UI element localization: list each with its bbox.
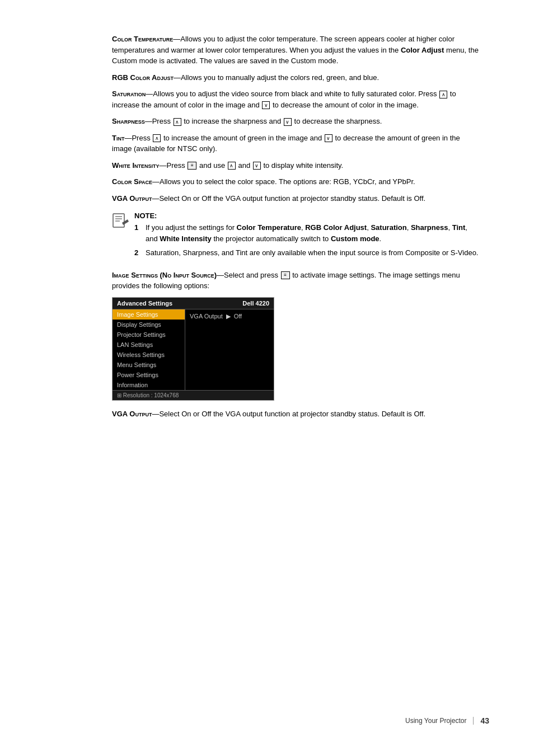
menu-item-power-settings: Power Settings xyxy=(113,370,185,380)
menu-left-panel: Image Settings Display Settings Projecto… xyxy=(113,309,185,390)
menu-body: Image Settings Display Settings Projecto… xyxy=(113,309,274,390)
main-content: Color Temperature—Allows you to adjust t… xyxy=(112,34,481,419)
para-saturation: Saturation—Allows you to adjust the vide… xyxy=(112,88,481,110)
svg-rect-0 xyxy=(113,214,124,227)
menu-item-projector-settings: Projector Settings xyxy=(113,330,185,340)
menu-item-menu-settings: Menu Settings xyxy=(113,360,185,370)
note-icon xyxy=(112,212,130,229)
para-color-space: Color Space—Allows you to select the col… xyxy=(112,176,481,187)
menu-btn-icon: ≡ xyxy=(188,162,196,170)
menu-footer: ⊞ Resolution : 1024x768 xyxy=(113,390,274,400)
note-item-1: If you adjust the settings for Color Tem… xyxy=(134,222,481,244)
note-box: NOTE: If you adjust the settings for Col… xyxy=(112,212,481,262)
footer-divider xyxy=(473,717,474,725)
para-color-temp: Color Temperature—Allows you to adjust t… xyxy=(112,34,481,67)
page: Color Temperature—Allows you to adjust t… xyxy=(0,0,534,756)
arrow-down-icon-3: ∨ xyxy=(325,134,332,142)
menu-resolution: ⊞ Resolution : 1024x768 xyxy=(117,392,179,398)
para-vga-output: VGA Output—Select On or Off the VGA outp… xyxy=(112,193,481,204)
note-item-2: Saturation, Sharpness, and Tint are only… xyxy=(134,247,481,259)
page-footer: Using Your Projector 43 xyxy=(405,716,489,725)
term-image-settings: Image Settings (No Input Source) xyxy=(112,271,217,279)
para-tint: Tint—Press ∧ to increase the amount of g… xyxy=(112,133,481,154)
menu-item-information: Information xyxy=(113,380,185,390)
arrow-up-icon-4: ∧ xyxy=(228,162,236,170)
menu-btn-icon-2: ≡ xyxy=(281,271,290,279)
menu-right-value: Off xyxy=(234,313,242,320)
menu-header-right: Dell 4220 xyxy=(242,300,269,307)
menu-header: Advanced Settings Dell 4220 xyxy=(113,298,274,309)
menu-item-image-settings: Image Settings xyxy=(113,309,185,320)
arrow-up-icon-3: ∧ xyxy=(153,134,161,142)
menu-right-panel: VGA Output ▶ Off xyxy=(185,309,274,390)
term-tint: Tint xyxy=(112,134,124,142)
menu-header-left: Advanced Settings xyxy=(117,300,172,307)
arrow-up-icon-2: ∧ xyxy=(174,118,181,126)
para-white-intensity: White Intensity—Press ≡ and use ∧ and ∨ … xyxy=(112,160,481,171)
menu-right-arrow: ▶ xyxy=(226,313,231,320)
dash-1: — xyxy=(174,73,181,82)
arrow-down-icon: ∨ xyxy=(262,101,270,109)
arrow-down-icon-4: ∨ xyxy=(253,162,261,170)
para-vga-output-bottom: VGA Output—Select On or Off the VGA outp… xyxy=(112,408,481,420)
menu-item-display-settings: Display Settings xyxy=(113,320,185,330)
note-list: If you adjust the settings for Color Tem… xyxy=(134,222,481,259)
page-number: 43 xyxy=(480,716,489,725)
menu-right-label: VGA Output xyxy=(190,313,223,320)
term-saturation: Saturation xyxy=(112,90,146,98)
menu-item-wireless-settings: Wireless Settings xyxy=(113,350,185,360)
menu-item-lan-settings: LAN Settings xyxy=(113,340,185,350)
term-sharpness: Sharpness xyxy=(112,117,145,125)
para-image-settings: Image Settings (No Input Source)—Select … xyxy=(112,270,481,292)
footer-section-label: Using Your Projector xyxy=(405,717,466,725)
term-vga-output: VGA Output xyxy=(112,194,152,203)
arrow-down-icon-2: ∨ xyxy=(284,118,292,126)
note-content: NOTE: If you adjust the settings for Col… xyxy=(134,212,481,262)
arrow-up-icon: ∧ xyxy=(439,91,447,98)
menu-screenshot: Advanced Settings Dell 4220 Image Settin… xyxy=(112,297,274,401)
term-color-space: Color Space xyxy=(112,177,152,186)
term-color-temp: Color Temperature xyxy=(112,35,173,43)
para-rgb-color: RGB Color Adjust—Allows you to manually … xyxy=(112,72,481,83)
term-white-intensity: White Intensity xyxy=(112,161,160,170)
menu-right-row-vga: VGA Output ▶ Off xyxy=(190,311,269,322)
dash-0: — xyxy=(173,35,180,43)
term-rgb: RGB Color Adjust xyxy=(112,73,174,82)
note-label: NOTE: xyxy=(134,212,481,220)
term-vga-output-bottom: VGA Output xyxy=(112,410,152,418)
para-sharpness: Sharpness—Press ∧ to increase the sharpn… xyxy=(112,116,481,127)
